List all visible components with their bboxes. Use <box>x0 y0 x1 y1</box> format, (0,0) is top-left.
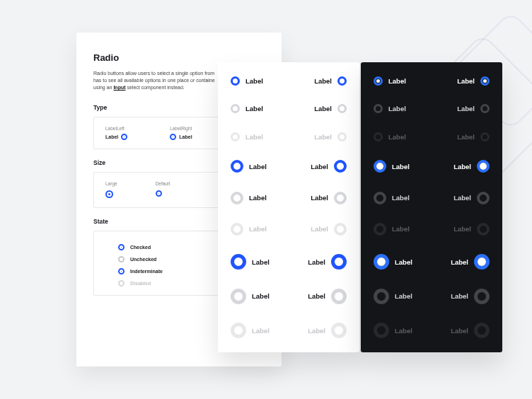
radio-icon[interactable] <box>374 192 386 204</box>
radio-label: Label <box>395 327 412 335</box>
radio-icon[interactable] <box>480 76 490 86</box>
radio-icon[interactable] <box>231 289 246 304</box>
radio-icon[interactable] <box>374 160 386 173</box>
radio-option[interactable]: Label <box>453 192 490 204</box>
radio-icon[interactable] <box>231 254 246 270</box>
radio-label: Label <box>249 225 267 233</box>
radio-label: Label <box>451 327 468 335</box>
radio-icon[interactable] <box>156 190 162 197</box>
radio-icon[interactable] <box>374 254 389 270</box>
radio-icon[interactable] <box>337 76 347 86</box>
radio-icon[interactable] <box>477 160 490 173</box>
radio-icon <box>331 323 347 338</box>
radio-label: Label <box>308 258 325 266</box>
radio-label: Label <box>311 194 328 202</box>
radio-icon[interactable] <box>231 192 243 204</box>
radio-label: Label <box>252 292 270 300</box>
input-link[interactable]: Input <box>113 85 125 90</box>
radio-label: Label <box>245 105 263 112</box>
radio-icon[interactable] <box>118 244 125 250</box>
radio-option[interactable]: Label <box>374 104 406 113</box>
radio-option[interactable]: Label <box>308 254 347 270</box>
radio-option[interactable]: Label <box>231 104 263 113</box>
swatch-row: LabelLabel <box>231 223 347 236</box>
radio-option[interactable]: Label <box>311 160 347 173</box>
radio-option: Label <box>231 132 263 141</box>
swatch-row: LabelLabel <box>374 323 490 338</box>
radio-option: Label <box>453 223 490 236</box>
radio-option: Label <box>231 323 270 338</box>
radio-label: Label <box>314 77 332 85</box>
radio-icon <box>118 280 125 287</box>
radio-icon[interactable] <box>331 289 347 304</box>
radio-icon <box>374 223 386 236</box>
radio-icon <box>231 132 240 141</box>
radio-option[interactable]: Label <box>308 289 347 304</box>
radio-option[interactable]: Label <box>311 192 347 204</box>
radio-option[interactable]: Label <box>374 160 410 173</box>
radio-label: Label <box>249 194 267 202</box>
radio-option[interactable]: Label <box>453 160 490 173</box>
radio-icon <box>474 323 490 338</box>
radio-option[interactable]: Label <box>374 76 406 86</box>
radio-icon <box>374 132 383 141</box>
radio-icon[interactable] <box>474 289 490 304</box>
radio-label: Label <box>245 77 263 85</box>
radio-option[interactable]: Label <box>231 76 263 86</box>
radio-icon[interactable] <box>231 104 240 113</box>
radio-icon[interactable] <box>170 134 176 140</box>
radio-option: Label <box>374 132 406 141</box>
radio-icon[interactable] <box>121 134 127 140</box>
radio-icon[interactable] <box>334 192 347 204</box>
radio-option[interactable]: Label <box>457 104 490 113</box>
radio-icon <box>477 223 490 236</box>
radio-icon[interactable] <box>331 254 347 270</box>
swatch-row: LabelLabel <box>231 160 347 173</box>
radio-icon[interactable] <box>374 76 383 86</box>
radio-icon[interactable] <box>477 192 490 204</box>
radio-option[interactable]: Label <box>451 254 490 270</box>
radio-label: Label <box>392 163 410 170</box>
radio-option[interactable]: Label <box>374 289 412 304</box>
radio-label: Label <box>311 225 328 233</box>
radio-option[interactable]: Label <box>314 104 347 113</box>
radio-icon <box>231 223 243 236</box>
radio-label: Label <box>395 292 412 300</box>
radio-option: Label <box>457 132 490 141</box>
radio-icon[interactable] <box>374 289 389 304</box>
radio-option[interactable]: Label <box>231 192 267 204</box>
radio-label: Label <box>453 225 471 233</box>
radio-option[interactable]: Label <box>231 160 267 173</box>
radio-icon[interactable] <box>334 160 347 173</box>
radio-icon[interactable] <box>118 268 125 274</box>
radio-icon[interactable] <box>118 256 125 262</box>
swatch-row: LabelLabel <box>231 104 347 113</box>
radio-label: Label <box>395 258 412 266</box>
radio-option: Label <box>231 223 267 236</box>
page-title: Radio <box>93 52 265 63</box>
swatch-row: LabelLabel <box>374 192 490 204</box>
radio-label: Label <box>457 133 475 141</box>
radio-icon[interactable] <box>231 76 240 86</box>
radio-label: Label <box>457 105 475 112</box>
radio-icon[interactable] <box>474 254 490 270</box>
swatch-row: LabelLabel <box>374 104 490 113</box>
radio-icon[interactable] <box>231 160 243 173</box>
radio-icon[interactable] <box>337 104 347 113</box>
radio-option[interactable]: Label <box>457 76 490 86</box>
radio-icon <box>374 323 389 338</box>
radio-icon[interactable] <box>480 104 490 113</box>
radio-option[interactable]: Label <box>451 289 490 304</box>
radio-option[interactable]: Label <box>374 192 410 204</box>
radio-option[interactable]: Label <box>231 254 270 270</box>
size-large: Large <box>105 181 117 199</box>
radio-icon[interactable] <box>105 190 113 198</box>
radio-label: Label <box>311 163 328 170</box>
radio-label: Label <box>451 292 468 300</box>
radio-icon[interactable] <box>374 104 383 113</box>
radio-label: Label <box>308 327 325 335</box>
radio-option[interactable]: Label <box>374 254 412 270</box>
radio-option[interactable]: Label <box>314 76 347 86</box>
swatch-row: LabelLabel <box>374 289 490 304</box>
radio-option[interactable]: Label <box>231 289 270 304</box>
